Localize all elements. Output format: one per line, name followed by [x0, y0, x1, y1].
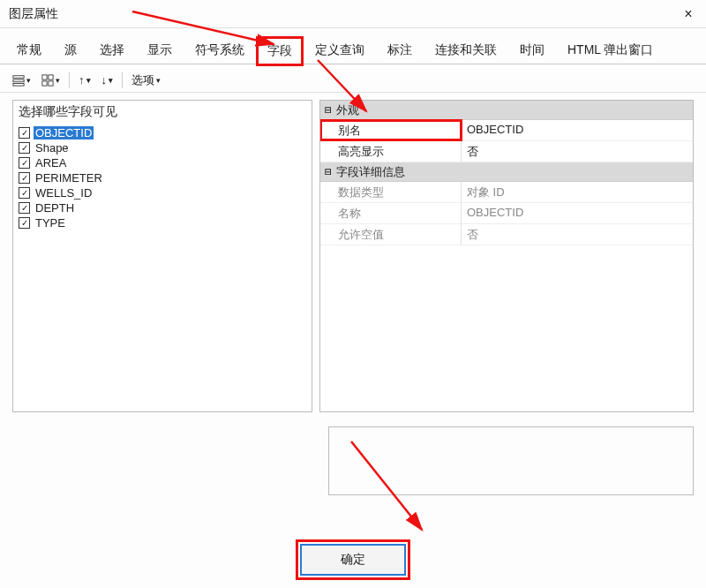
checkbox-icon[interactable] — [19, 187, 30, 199]
prop-highlight-value[interactable]: 否 — [462, 141, 693, 162]
prop-name-label: 名称 — [320, 203, 462, 223]
svg-rect-2 — [13, 83, 24, 86]
prop-alias-label: 别名 — [320, 120, 462, 140]
dialog-title: 图层属性 — [9, 6, 58, 22]
checkbox-icon[interactable] — [19, 157, 30, 169]
prop-nullable-value: 否 — [462, 224, 693, 245]
close-icon[interactable]: × — [680, 6, 697, 22]
field-item[interactable]: AREA — [17, 155, 308, 170]
description-box — [328, 426, 694, 495]
field-item[interactable]: WELLS_ID — [17, 185, 308, 200]
prop-nullable-label: 允许空值 — [320, 224, 462, 245]
group-appearance-label: 外观 — [336, 102, 359, 118]
move-up-icon[interactable]: ↑▾ — [75, 72, 94, 88]
prop-alias[interactable]: 别名 OBJECTID — [320, 120, 693, 141]
svg-rect-3 — [42, 74, 47, 79]
field-label: TYPE — [34, 216, 67, 230]
svg-rect-1 — [13, 79, 24, 82]
prop-name-value: OBJECTID — [462, 203, 693, 223]
checkbox-icon[interactable] — [19, 172, 30, 184]
prop-highlight[interactable]: 高亮显示 否 — [320, 141, 693, 162]
tab-5[interactable]: 字段 — [258, 38, 302, 64]
prop-nullable: 允许空值 否 — [320, 224, 693, 245]
tab-0[interactable]: 常规 — [7, 37, 51, 64]
svg-rect-0 — [13, 75, 24, 78]
prop-name: 名称 OBJECTID — [320, 203, 693, 224]
tab-9[interactable]: 时间 — [510, 37, 554, 64]
tab-2[interactable]: 选择 — [90, 37, 134, 64]
field-item[interactable]: OBJECTID — [17, 125, 308, 140]
field-label: AREA — [34, 156, 68, 170]
tab-7[interactable]: 标注 — [378, 37, 422, 64]
field-item[interactable]: TYPE — [17, 215, 308, 230]
tab-10[interactable]: HTML 弹出窗口 — [558, 37, 663, 64]
svg-rect-4 — [49, 74, 53, 79]
svg-rect-6 — [49, 80, 53, 85]
visible-fields-header: 选择哪些字段可见 — [13, 101, 312, 124]
field-label: Shape — [34, 141, 71, 155]
field-toolbar: ▾ ▾ ↑▾ ↓▾ 选项 ▾ — [0, 68, 706, 93]
tab-8[interactable]: 连接和关联 — [425, 37, 507, 64]
layout-list-icon[interactable]: ▾ — [9, 72, 34, 88]
prop-datatype: 数据类型 对象 ID — [320, 182, 693, 203]
prop-highlight-label: 高亮显示 — [320, 141, 462, 162]
tab-6[interactable]: 定义查询 — [305, 37, 374, 64]
field-list: OBJECTIDShapeAREAPERIMETERWELLS_IDDEPTHT… — [13, 124, 312, 411]
checkbox-icon[interactable] — [19, 142, 30, 154]
tab-bar: 常规源选择显示符号系统字段定义查询标注连接和关联时间HTML 弹出窗口 — [0, 28, 706, 64]
field-label: DEPTH — [34, 201, 76, 215]
checkbox-icon[interactable] — [19, 127, 30, 139]
prop-datatype-label: 数据类型 — [320, 182, 462, 202]
svg-rect-5 — [42, 80, 47, 85]
field-label: OBJECTID — [34, 126, 94, 139]
options-label: 选项 — [131, 72, 154, 88]
tab-3[interactable]: 显示 — [138, 37, 182, 64]
prop-datatype-value: 对象 ID — [462, 182, 693, 202]
group-fieldinfo-label: 字段详细信息 — [336, 164, 405, 180]
tab-1[interactable]: 源 — [55, 37, 86, 64]
layout-grid-icon[interactable]: ▾ — [38, 72, 64, 88]
collapse-icon[interactable]: ⊟ — [320, 165, 336, 178]
move-down-icon[interactable]: ↓▾ — [98, 72, 117, 88]
field-label: PERIMETER — [34, 171, 104, 185]
checkbox-icon[interactable] — [19, 202, 30, 214]
checkbox-icon[interactable] — [19, 217, 30, 229]
options-dropdown[interactable]: 选项 ▾ — [128, 71, 164, 90]
field-item[interactable]: PERIMETER — [17, 170, 308, 185]
tab-4[interactable]: 符号系统 — [185, 37, 254, 64]
field-item[interactable]: DEPTH — [17, 200, 308, 215]
group-appearance[interactable]: ⊟ 外观 — [320, 101, 693, 120]
group-fieldinfo[interactable]: ⊟ 字段详细信息 — [320, 162, 693, 182]
prop-alias-value[interactable]: OBJECTID — [462, 120, 693, 140]
collapse-icon[interactable]: ⊟ — [320, 103, 336, 117]
field-label: WELLS_ID — [34, 186, 94, 200]
property-grid: ⊟ 外观 别名 OBJECTID 高亮显示 否 ⊟ 字段详细信息 数据类型 对象… — [320, 101, 693, 411]
ok-button[interactable]: 确定 — [300, 544, 406, 576]
field-item[interactable]: Shape — [17, 140, 308, 155]
